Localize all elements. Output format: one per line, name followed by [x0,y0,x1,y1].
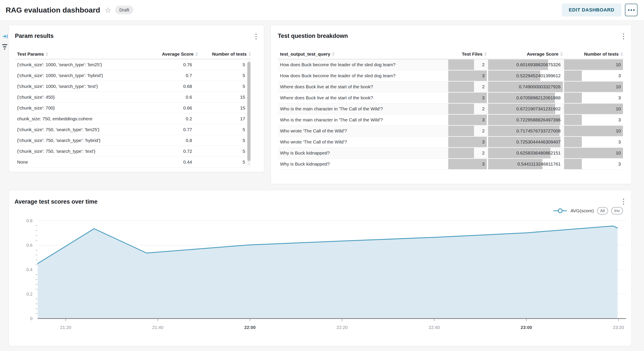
column-header-test-query[interactable]: test_output_test_query [278,51,447,57]
column-header-test-files[interactable]: Test Files [448,51,487,57]
cell-test-files: 2 [448,125,487,136]
cell-number-of-tests: 17 [198,116,251,121]
column-header-test-params[interactable]: Test Params [15,51,142,57]
cell-average-score: 0.77 [142,127,198,132]
dashboard-canvas: Param results Test Params Average Score … [0,20,644,351]
svg-text:23:20: 23:20 [613,325,624,330]
cell-value: 0.749000003327926 [519,84,561,89]
cell-value: 0.6705898212061988 [516,95,561,100]
table-row: {'chunk_size': 1000, 'search_type': 'tex… [15,81,251,92]
cell-number-of-tests: 5 [198,127,251,132]
svg-text:0.6: 0.6 [26,243,32,248]
cell-value: 0.5441113246811761 [517,161,561,167]
cell-value: 2 [482,128,484,133]
question-breakdown-card: Test question breakdown test_output_test… [271,25,632,184]
more-options-button[interactable] [625,4,638,16]
star-icon[interactable]: ☆ [105,6,111,14]
param-results-card: Param results Test Params Average Score … [9,25,264,172]
data-bar [564,115,582,125]
column-header-average-score[interactable]: Average Score [488,51,563,57]
cell-value: 10 [616,62,621,67]
column-header-average-score[interactable]: Average Score [142,51,198,57]
param-results-table-body: {'chunk_size': 1000, 'search_type': 'bm2… [15,59,251,167]
cell-test-files: 3 [448,70,487,81]
cell-value: 0.7229588826497396 [516,117,561,122]
cell-test-files: 2 [448,81,487,92]
cell-test-files: 3 [448,137,487,147]
collapse-panel-icon[interactable] [2,33,8,40]
kebab-menu-icon[interactable] [620,197,627,206]
data-bar [564,104,623,114]
cell-average-score: 0.7253044446309407 [488,137,563,147]
data-bar [448,148,474,158]
column-header-number-of-tests[interactable]: Number of tests [564,51,623,57]
cell-test-files: 2 [448,148,487,158]
data-bar [448,82,474,92]
ellipsis-icon [628,9,635,11]
cell-test-query: Who wrote 'The Call of the Wild'? [278,139,447,145]
data-bar [564,70,582,81]
cell-value: 3 [482,95,484,100]
status-badge: Draft [115,6,134,14]
table-row: {'chunk_size': 750, 'search_type': 'bm25… [15,124,251,135]
kebab-menu-icon[interactable] [620,31,627,41]
cell-average-score: 0.5229452401399612 [488,70,563,81]
table-row: {'chunk_size': 1000, 'search_type': 'hyb… [15,70,251,81]
time-series-chart[interactable]: 00.20.40.60.821:2021:4022:0022:2022:4023… [9,217,632,347]
svg-text:23:00: 23:00 [520,325,532,330]
cell-value: 10 [616,150,621,156]
cell-test-params: {'chunk_size': 1000, 'search_type': 'bm2… [15,62,142,67]
data-bar [564,126,623,136]
vertical-scrollbar[interactable] [247,61,250,166]
sort-icon [332,52,334,56]
card-title: Average test scores over time [14,198,98,205]
scores-chart-card: Average test scores over time AVG(score)… [9,190,632,346]
cell-value: 10 [616,128,621,133]
cell-number-of-tests: 10 [564,59,623,70]
table-header: Test Params Average Score Number of test… [15,49,251,59]
table-row: How does Buck become the leader of the s… [278,59,623,70]
legend-inv-button[interactable]: Inv [611,207,623,214]
cell-value: 0.7174576733727008 [516,128,561,133]
scrollbar-thumb[interactable] [247,62,250,161]
cell-value: 3 [482,117,484,122]
cell-number-of-tests: 10 [564,81,623,92]
table-row: Where does Buck live at the start of the… [278,92,623,103]
chart-legend: AVG(score) All Inv [553,207,623,214]
filter-icon[interactable] [2,44,8,51]
cell-test-params: chunk_size: 750, embeddings:cohere [15,116,142,121]
cell-value: 2 [482,106,484,111]
page-title: RAG evaluation dashboard [6,6,100,14]
kebab-menu-icon[interactable] [253,31,259,41]
cell-value: 3 [618,161,621,167]
cell-number-of-tests: 5 [198,138,251,143]
cell-average-score: 0.8 [142,138,198,143]
data-bar [448,159,487,169]
cell-average-score: 0.6258336480862151 [488,148,563,158]
table-row: Where does Buck live at the start of the… [278,81,623,92]
table-row: How does Buck become the leader of the s… [278,70,623,81]
cell-test-params: {'chunk_size': 750, 'search_type': 'text… [15,149,142,154]
top-bar: RAG evaluation dashboard ☆ Draft EDIT DA… [0,0,644,20]
cell-value: 3 [618,139,621,145]
sort-icon [195,52,198,56]
cell-test-params: {'chunk_size': 1000, 'search_type': 'hyb… [15,73,142,78]
cell-test-files: 3 [448,114,487,125]
cell-value: 10 [616,106,621,111]
table-row: Who wrote 'The Call of the Wild'?30.7253… [278,137,623,148]
cell-number-of-tests: 3 [564,114,623,125]
table-row: None0.445 [15,157,251,167]
cell-test-query: Who wrote 'The Call of the Wild'? [278,128,447,133]
cell-number-of-tests: 5 [198,62,251,67]
edit-dashboard-button[interactable]: EDIT DASHBOARD [562,3,622,16]
legend-all-button[interactable]: All [597,207,608,214]
data-bar [564,82,623,92]
data-bar [448,126,474,136]
cell-test-query: Why is Buck kidnapped? [278,161,447,167]
svg-text:21:40: 21:40 [152,325,163,330]
cell-test-params: {'chunk_size': 1000, 'search_type': 'tex… [15,84,142,89]
cell-test-query: Where does Buck live at the start of the… [278,84,447,89]
table-row: {'chunk_size': 700}0.6615 [15,103,251,113]
cell-value: 3 [618,117,621,122]
column-header-number-of-tests[interactable]: Number of tests [198,51,251,57]
